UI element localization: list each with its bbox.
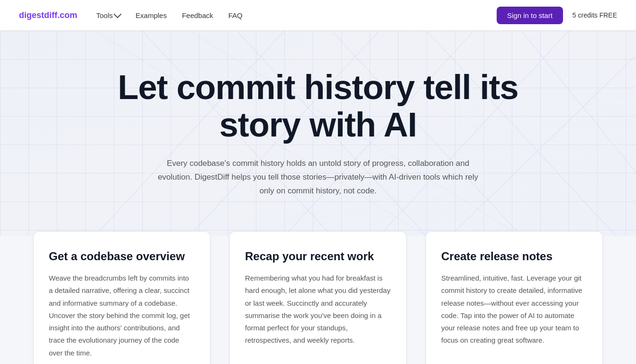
nav-links: Tools Examples Feedback FAQ [96, 11, 243, 19]
navbar: digestdiff.com Tools Examples Feedback F… [0, 0, 636, 31]
card-title-2: Create release notes [441, 249, 587, 264]
tools-label: Tools [96, 11, 113, 19]
nav-left: digestdiff.com Tools Examples Feedback F… [19, 10, 243, 20]
logo[interactable]: digestdiff.com [19, 10, 77, 20]
card-body-1: Remembering what you had for breakfast i… [245, 272, 391, 347]
chevron-down-icon [114, 10, 122, 18]
card-title-1: Recap your recent work [245, 249, 391, 264]
nav-link-tools[interactable]: Tools [96, 11, 120, 19]
hero-content: Let commit history tell its story with A… [19, 69, 617, 198]
sign-in-button[interactable]: Sign in to start [497, 7, 563, 24]
cards-section: Get a codebase overview Weave the breadc… [0, 231, 636, 364]
nav-link-examples[interactable]: Examples [136, 11, 167, 19]
nav-right: Sign in to start 5 credits FREE [497, 7, 617, 24]
nav-link-faq[interactable]: FAQ [228, 11, 243, 19]
hero-subtitle: Every codebase's commit history holds an… [152, 157, 484, 198]
hero-title: Let commit history tell its story with A… [105, 69, 531, 144]
card-release-notes: Create release notes Streamlined, intuit… [426, 231, 603, 364]
nav-link-feedback[interactable]: Feedback [182, 11, 213, 19]
card-body-0: Weave the breadcrumbs left by commits in… [49, 272, 195, 359]
card-title-0: Get a codebase overview [49, 249, 195, 264]
card-recent-work: Recap your recent work Remembering what … [229, 231, 407, 364]
card-body-2: Streamlined, intuitive, fast. Leverage y… [441, 272, 587, 347]
cards-row: Get a codebase overview Weave the breadc… [28, 231, 608, 364]
credits-label: 5 credits FREE [572, 11, 617, 19]
card-codebase-overview: Get a codebase overview Weave the breadc… [33, 231, 210, 364]
hero-section: Let commit history tell its story with A… [0, 31, 636, 236]
